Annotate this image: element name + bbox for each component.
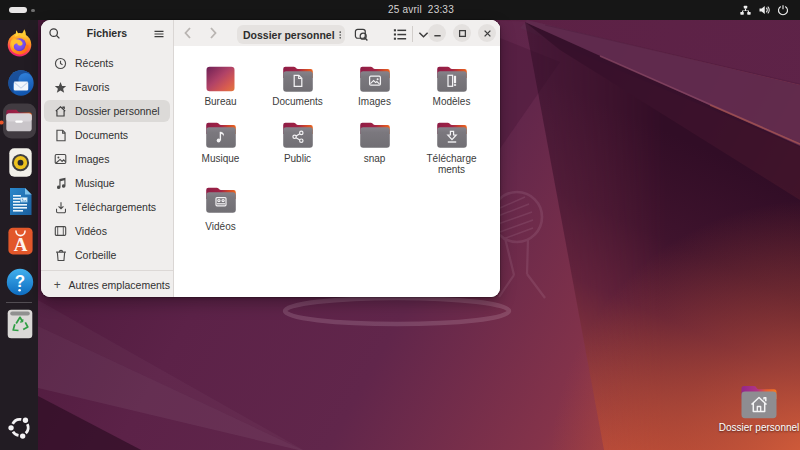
svg-text:?: ?: [15, 272, 25, 291]
svg-text:A: A: [14, 234, 28, 255]
